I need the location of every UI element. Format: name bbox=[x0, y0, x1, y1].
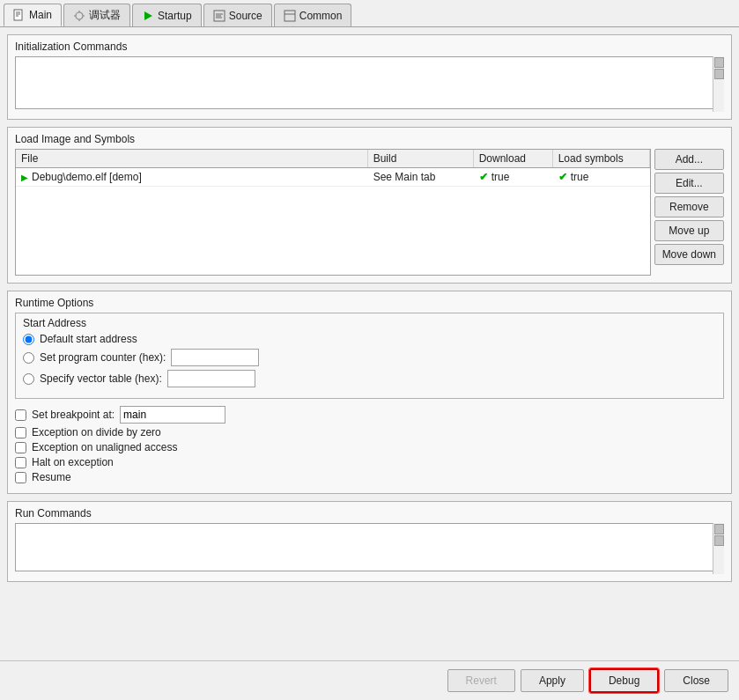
tab-debug[interactable]: 调试器 bbox=[63, 4, 130, 26]
col-download: Download bbox=[474, 150, 553, 167]
run-commands-wrapper bbox=[15, 523, 724, 574]
col-build: Build bbox=[368, 150, 474, 167]
table-header: File Build Download Load symbols bbox=[16, 150, 650, 168]
runtime-options-label: Runtime Options bbox=[15, 297, 724, 309]
radio-default-label: Default start address bbox=[40, 333, 137, 345]
radio-default: Default start address bbox=[23, 333, 716, 345]
tab-debug-label: 调试器 bbox=[89, 8, 121, 23]
debug-button[interactable]: Debug bbox=[589, 668, 659, 693]
tab-source[interactable]: Source bbox=[203, 4, 272, 26]
bug-icon bbox=[73, 10, 85, 22]
svg-rect-14 bbox=[285, 11, 295, 21]
resume-row: Resume bbox=[15, 471, 724, 483]
start-address-group: Start Address Default start address Set … bbox=[15, 313, 724, 399]
run-commands-textarea[interactable] bbox=[15, 523, 724, 571]
divide-zero-row: Exception on divide by zero bbox=[15, 426, 724, 438]
row-download-value: true bbox=[491, 171, 510, 183]
resume-label: Resume bbox=[32, 471, 71, 483]
halt-checkbox[interactable] bbox=[15, 457, 26, 468]
close-button[interactable]: Close bbox=[664, 669, 728, 692]
svg-point-4 bbox=[76, 12, 83, 19]
unaligned-checkbox[interactable] bbox=[15, 442, 26, 453]
halt-row: Halt on exception bbox=[15, 456, 724, 468]
vector-table-input[interactable] bbox=[167, 370, 255, 387]
radio-program-counter-label: Set program counter (hex): bbox=[40, 351, 166, 364]
tab-main-label: Main bbox=[29, 9, 52, 21]
tab-main[interactable]: Main bbox=[4, 4, 62, 26]
svg-rect-0 bbox=[14, 10, 22, 20]
tab-source-label: Source bbox=[229, 10, 262, 22]
start-address-label: Start Address bbox=[23, 317, 716, 329]
remove-button[interactable]: Remove bbox=[654, 196, 724, 217]
initialization-commands-section: Initialization Commands bbox=[7, 34, 732, 120]
run-scrollbar[interactable] bbox=[713, 523, 724, 574]
bottom-bar: Revert Apply Debug Close bbox=[0, 660, 739, 700]
init-commands-wrapper bbox=[15, 56, 724, 112]
row-file-name: Debug\demo.elf [demo] bbox=[32, 171, 142, 183]
tab-startup[interactable]: Startup bbox=[132, 4, 202, 26]
common-icon bbox=[284, 10, 296, 22]
divide-zero-checkbox[interactable] bbox=[15, 427, 26, 438]
radio-vector-table-input[interactable] bbox=[23, 373, 34, 385]
col-load-symbols: Load symbols bbox=[553, 150, 650, 167]
startup-play-icon bbox=[142, 10, 154, 22]
download-check-icon: ✔ bbox=[479, 171, 488, 183]
divide-zero-label: Exception on divide by zero bbox=[32, 426, 161, 438]
tab-startup-label: Startup bbox=[158, 10, 192, 22]
add-button[interactable]: Add... bbox=[654, 149, 724, 170]
runtime-options-section: Runtime Options Start Address Default st… bbox=[7, 291, 732, 494]
load-image-table: File Build Download Load symbols ▶ Debug… bbox=[15, 149, 651, 276]
radio-default-input[interactable] bbox=[23, 334, 34, 345]
svg-marker-9 bbox=[144, 11, 152, 20]
load-image-section: Load Image and Symbols File Build Downlo… bbox=[7, 127, 732, 284]
init-scrollbar[interactable] bbox=[713, 56, 724, 112]
unaligned-label: Exception on unaligned access bbox=[32, 441, 177, 453]
load-image-buttons: Add... Edit... Remove Move up Move down bbox=[654, 149, 724, 276]
run-commands-label: Run Commands bbox=[15, 507, 724, 519]
load-image-label: Load Image and Symbols bbox=[15, 133, 724, 145]
breakpoint-label: Set breakpoint at: bbox=[32, 409, 115, 421]
tab-common[interactable]: Common bbox=[274, 4, 352, 26]
row-load-symbols-cell: ✔ true bbox=[553, 168, 650, 186]
halt-label: Halt on exception bbox=[32, 456, 114, 468]
edit-button[interactable]: Edit... bbox=[654, 173, 724, 194]
row-build-cell: See Main tab bbox=[368, 168, 474, 186]
symbols-check-icon: ✔ bbox=[558, 171, 567, 183]
load-image-inner: File Build Download Load symbols ▶ Debug… bbox=[15, 149, 724, 276]
program-counter-input[interactable] bbox=[171, 349, 259, 366]
row-download-cell: ✔ true bbox=[474, 168, 553, 186]
radio-program-counter-input[interactable] bbox=[23, 352, 34, 364]
row-load-symbols-value: true bbox=[571, 171, 589, 183]
resume-checkbox[interactable] bbox=[15, 472, 26, 483]
tab-common-label: Common bbox=[299, 10, 343, 22]
tab-bar: Main 调试器 Startup Source Common bbox=[0, 0, 739, 27]
table-row[interactable]: ▶ Debug\demo.elf [demo] See Main tab ✔ t… bbox=[16, 168, 650, 187]
radio-vector-table: Specify vector table (hex): bbox=[23, 370, 716, 387]
row-play-icon: ▶ bbox=[21, 173, 28, 182]
move-down-button[interactable]: Move down bbox=[654, 244, 724, 265]
main-content: Initialization Commands Load Image and S… bbox=[0, 27, 739, 660]
table-empty-area bbox=[16, 187, 650, 275]
radio-program-counter: Set program counter (hex): bbox=[23, 349, 716, 366]
radio-vector-table-label: Specify vector table (hex): bbox=[40, 372, 162, 385]
source-icon bbox=[213, 10, 225, 22]
move-up-button[interactable]: Move up bbox=[654, 220, 724, 241]
breakpoint-checkbox[interactable] bbox=[15, 409, 26, 421]
col-file: File bbox=[16, 150, 368, 167]
unaligned-row: Exception on unaligned access bbox=[15, 441, 724, 453]
dialog-window: Main 调试器 Startup Source Common bbox=[0, 0, 739, 700]
breakpoint-row: Set breakpoint at: bbox=[15, 406, 724, 424]
revert-button[interactable]: Revert bbox=[447, 669, 515, 692]
breakpoint-input[interactable] bbox=[120, 406, 225, 424]
initialization-commands-label: Initialization Commands bbox=[15, 41, 724, 53]
apply-button[interactable]: Apply bbox=[521, 669, 584, 692]
row-file-cell: ▶ Debug\demo.elf [demo] bbox=[16, 168, 368, 186]
page-icon bbox=[13, 9, 26, 21]
initialization-commands-textarea[interactable] bbox=[15, 56, 724, 109]
run-commands-section: Run Commands bbox=[7, 501, 732, 582]
